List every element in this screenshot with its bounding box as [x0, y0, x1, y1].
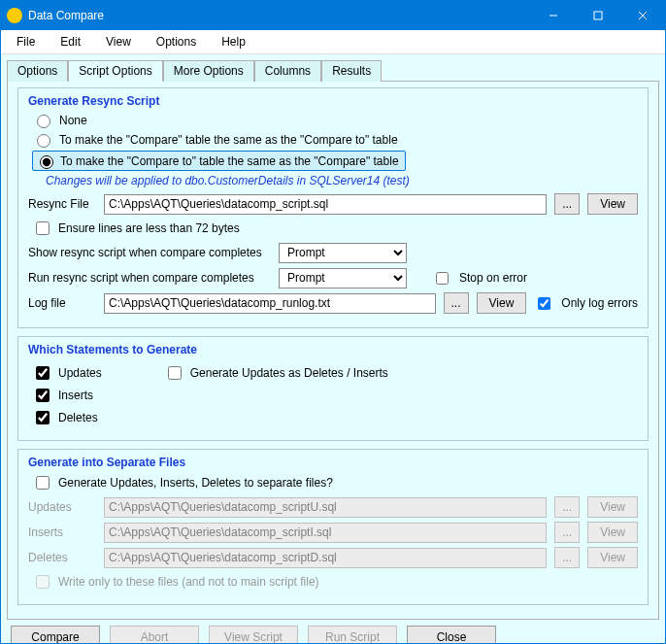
tab-options[interactable]: Options: [7, 60, 68, 82]
show-when-select[interactable]: Prompt: [279, 243, 407, 263]
log-file-browse-button[interactable]: ...: [444, 292, 469, 314]
sep-updates-input: [104, 497, 547, 518]
window-title: Data Compare: [28, 9, 531, 22]
stop-on-error-checkbox[interactable]: [436, 272, 449, 285]
run-when-label: Run resync script when compare completes: [28, 271, 271, 285]
stop-on-error-label: Stop on error: [459, 271, 527, 285]
sep-deletes-input: [104, 548, 547, 568]
compare-button[interactable]: Compare: [11, 626, 100, 644]
menubar: File Edit View Options Help: [1, 30, 665, 54]
run-script-button: Run Script: [308, 626, 397, 644]
menu-view[interactable]: View: [96, 32, 141, 51]
only-log-errors-checkbox[interactable]: [538, 297, 550, 310]
radio-none[interactable]: [37, 115, 50, 128]
tab-more-options[interactable]: More Options: [163, 60, 254, 82]
resync-file-view-button[interactable]: View: [587, 193, 638, 215]
tab-results[interactable]: Results: [321, 60, 382, 82]
abort-button: Abort: [110, 626, 199, 644]
gen-separate-checkbox[interactable]: [36, 476, 50, 490]
sep-updates-label: Updates: [28, 500, 96, 514]
show-when-label: Show resync script when compare complete…: [28, 246, 271, 259]
deletes-label: Deletes: [58, 411, 98, 424]
gen-as-deletes-inserts-checkbox[interactable]: [168, 366, 182, 380]
radio-compare-to-compare-to[interactable]: [37, 134, 50, 148]
app-icon: [7, 8, 22, 23]
run-when-select[interactable]: Prompt: [279, 268, 407, 288]
group-which: Which Statements to Generate Updates Ins…: [17, 336, 649, 441]
bottom-button-bar: Compare Abort View Script Run Script Clo…: [7, 620, 659, 644]
client-area: Options Script Options More Options Colu…: [1, 54, 665, 644]
write-only-checkbox: [36, 575, 50, 589]
resync-file-label: Resync File: [28, 197, 96, 211]
group-which-title: Which Statements to Generate: [28, 343, 638, 356]
group-resync: Generate Resync Script None To make the …: [17, 87, 649, 328]
menu-file[interactable]: File: [7, 32, 45, 51]
radio-compare-to-compare-to-label: To make the "Compare" table the same as …: [59, 133, 398, 147]
sep-inserts-label: Inserts: [28, 525, 96, 539]
group-resync-title: Generate Resync Script: [28, 94, 638, 108]
radio-compare-to-compare[interactable]: [40, 155, 53, 169]
resync-file-browse-button[interactable]: ...: [554, 193, 580, 215]
deletes-checkbox[interactable]: [36, 411, 50, 424]
write-only-label: Write only to these files (and not to ma…: [58, 575, 319, 589]
only-log-errors-label: Only log errors: [561, 296, 638, 310]
sep-inserts-view-button: View: [587, 522, 638, 543]
radio-compare-to-compare-label: To make the "Compare to" table the same …: [60, 154, 399, 168]
log-file-view-button[interactable]: View: [477, 292, 527, 314]
ensure-72-label: Ensure lines are less than 72 bytes: [58, 221, 240, 235]
radio-none-label: None: [59, 114, 87, 127]
group-separate-title: Generate into Separate Files: [28, 456, 638, 469]
view-script-button: View Script: [209, 626, 298, 644]
sep-updates-view-button: View: [587, 496, 638, 518]
group-separate-files: Generate into Separate Files Generate Up…: [17, 449, 649, 605]
minimize-button[interactable]: [531, 1, 576, 30]
tab-columns[interactable]: Columns: [254, 60, 321, 82]
sep-deletes-browse-button: ...: [554, 547, 580, 568]
sep-inserts-input: [104, 523, 547, 543]
close-dialog-button[interactable]: Close: [407, 626, 496, 644]
maximize-button[interactable]: [576, 1, 620, 30]
menu-options[interactable]: Options: [147, 32, 206, 51]
window-buttons: [531, 1, 665, 30]
inserts-checkbox[interactable]: [36, 389, 50, 402]
sep-updates-browse-button: ...: [554, 496, 580, 518]
menu-edit[interactable]: Edit: [50, 32, 90, 51]
ensure-72-checkbox[interactable]: [36, 221, 50, 235]
tab-strip: Options Script Options More Options Colu…: [7, 59, 659, 81]
close-button[interactable]: [620, 1, 665, 30]
tab-script-options[interactable]: Script Options: [68, 60, 162, 82]
svg-rect-1: [594, 12, 602, 19]
gen-separate-label: Generate Updates, Inserts, Deletes to se…: [58, 476, 333, 490]
sep-deletes-label: Deletes: [28, 551, 96, 564]
log-file-label: Log file: [28, 296, 96, 310]
gen-as-deletes-inserts-label: Generate Updates as Deletes / Inserts: [190, 366, 388, 380]
updates-checkbox[interactable]: [36, 366, 50, 380]
sep-inserts-browse-button: ...: [554, 522, 580, 543]
log-file-input[interactable]: [104, 293, 436, 314]
updates-label: Updates: [58, 366, 102, 380]
tab-page-script-options: Generate Resync Script None To make the …: [7, 81, 659, 620]
titlebar: Data Compare: [1, 1, 665, 30]
menu-help[interactable]: Help: [212, 32, 255, 51]
resync-file-input[interactable]: [104, 194, 547, 215]
sep-deletes-view-button: View: [587, 547, 638, 568]
resync-note: Changes will be applied to dbo.CustomerD…: [46, 174, 638, 187]
inserts-label: Inserts: [58, 389, 93, 402]
